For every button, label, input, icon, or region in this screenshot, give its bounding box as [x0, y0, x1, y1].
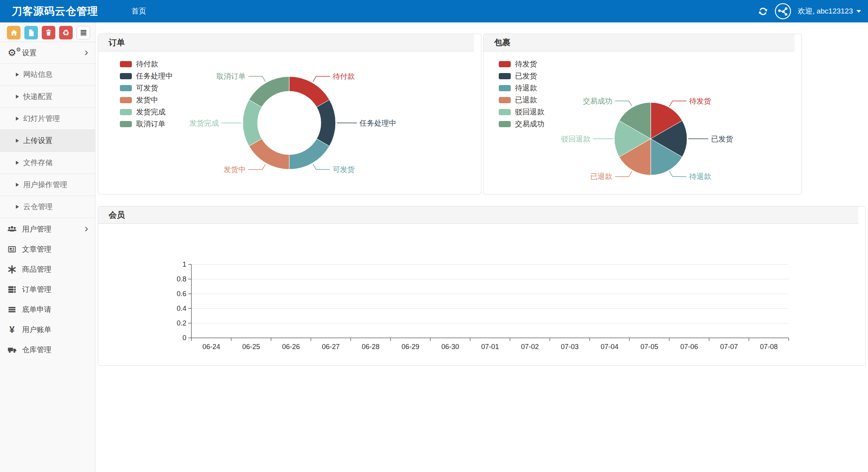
sidebar-item-label: 文章管理 — [22, 244, 51, 254]
legend-label: 取消订单 — [136, 119, 165, 129]
sidebar-item-file-storage[interactable]: 文件存储 — [0, 152, 95, 174]
pie-slice[interactable] — [289, 139, 329, 169]
orders-panel-title: 订单 — [109, 38, 125, 47]
sidebar-item-article-mgmt[interactable]: 文章管理 — [0, 239, 95, 259]
y-tick-label: 0.4 — [177, 305, 186, 312]
legend-label: 任务处理中 — [136, 71, 173, 81]
sidebar-item-cloud-warehouse[interactable]: 云仓管理 — [0, 196, 95, 218]
x-tick-label: 06-24 — [202, 343, 220, 351]
sidebar-toolbar: ♻ — [0, 22, 95, 39]
sidebar-item-order-mgmt[interactable]: 订单管理 — [0, 279, 95, 300]
x-tick-label: 07-01 — [481, 343, 499, 351]
sidebar-item-product-mgmt[interactable]: 商品管理 — [0, 259, 95, 279]
x-tick-label: 07-03 — [561, 343, 578, 351]
y-tick-label: 0.6 — [177, 290, 186, 298]
pie-label: 已发货 — [711, 135, 733, 143]
sidebar-item-label: 商品管理 — [22, 264, 51, 274]
packages-panel-heading: 包裹 — [484, 34, 795, 51]
home-icon — [10, 29, 18, 37]
list-button[interactable] — [77, 26, 90, 39]
sidebar-item-label: 底单申请 — [22, 305, 51, 315]
sidebar-item-label: 用户管理 — [22, 224, 51, 234]
home-button[interactable] — [7, 26, 20, 39]
recycle-icon: ♻ — [62, 29, 70, 37]
sidebar-item-slideshow[interactable]: 幻灯片管理 — [0, 108, 95, 130]
pie-slice[interactable] — [249, 139, 289, 169]
bars-icon — [6, 305, 18, 314]
legend-item[interactable]: 已退款 — [499, 94, 544, 106]
legend-label: 待退款 — [515, 83, 537, 93]
caret-right-icon — [16, 161, 19, 165]
sidebar-item-user-bill[interactable]: ¥ 用户账单 — [0, 320, 95, 340]
sidebar-item-label: 订单管理 — [22, 285, 51, 295]
recycle-button[interactable]: ♻ — [59, 26, 73, 39]
pie-slice[interactable] — [243, 100, 262, 146]
x-tick-label: 06-30 — [441, 343, 459, 351]
legend-swatch — [499, 73, 511, 79]
pie-slice[interactable] — [317, 100, 336, 146]
pie-label-line — [670, 101, 687, 106]
legend-swatch — [120, 73, 132, 79]
sidebar-item-express-config[interactable]: 快递配置 — [0, 86, 95, 108]
pie-label: 待发货 — [689, 97, 711, 105]
legend-item[interactable]: 交易成功 — [499, 118, 544, 130]
sidebar-item-user-mgmt[interactable]: 用户管理 › — [0, 219, 95, 239]
caret-right-icon — [16, 95, 19, 99]
sidebar-item-label: 用户账单 — [22, 325, 51, 335]
legend-item[interactable]: 任务处理中 — [120, 70, 173, 82]
legend-item[interactable]: 发货完成 — [120, 106, 173, 118]
legend-swatch — [120, 97, 132, 103]
sidebar-item-receipt-request[interactable]: 底单申请 — [0, 300, 95, 320]
members-panel-title: 会员 — [109, 210, 125, 219]
x-tick-label: 07-08 — [760, 343, 778, 351]
legend-item[interactable]: 驳回退款 — [499, 106, 544, 118]
legend-label: 待发货 — [515, 59, 537, 69]
sidebar-item-settings[interactable]: ⚙⚙ 设置 › — [0, 42, 95, 64]
legend-label: 已发货 — [515, 71, 537, 81]
server-icon — [6, 285, 18, 294]
legend-label: 待付款 — [136, 59, 158, 69]
legend-item[interactable]: 待发货 — [499, 58, 544, 70]
avatar[interactable] — [774, 3, 791, 20]
pie-label: 可发货 — [333, 165, 355, 174]
chevron-right-icon: › — [85, 46, 88, 58]
legend-label: 发货完成 — [136, 107, 165, 117]
legend-item[interactable]: 可发货 — [120, 82, 173, 94]
pie-label-line — [313, 77, 330, 82]
file-button[interactable] — [24, 26, 38, 39]
x-tick-label: 07-02 — [521, 343, 539, 351]
user-dropdown[interactable]: 欢迎, abc123123 — [798, 6, 861, 16]
legend-label: 驳回退款 — [515, 107, 544, 117]
sidebar-item-site-info[interactable]: 网站信息 — [0, 64, 95, 86]
sidebar-item-user-ops[interactable]: 用户操作管理 — [0, 174, 95, 196]
legend-item[interactable]: 待退款 — [499, 82, 544, 94]
sidebar-item-warehouse-mgmt[interactable]: 仓库管理 — [0, 340, 95, 360]
pie-slice[interactable] — [249, 77, 289, 107]
legend-item[interactable]: 取消订单 — [120, 118, 173, 130]
nav-item-home[interactable]: 首页 — [131, 6, 146, 16]
pie-label: 任务处理中 — [359, 119, 396, 127]
top-navbar: 刀客源码云仓管理 首页 — [0, 0, 868, 22]
legend-item[interactable]: 待付款 — [120, 58, 173, 70]
sidebar-item-upload-settings[interactable]: 上传设置 — [0, 130, 95, 152]
pie-label-line — [249, 164, 266, 170]
x-tick-label: 06-26 — [282, 343, 300, 351]
caret-down-icon — [856, 10, 861, 13]
pie-slice[interactable] — [289, 77, 329, 107]
pie-label: 待付款 — [333, 72, 355, 80]
legend-item[interactable]: 已发货 — [499, 70, 544, 82]
packages-panel-body: 待发货已发货待退款已退款驳回退款交易成功 待发货已发货待退款已退款驳回退款交易成… — [484, 51, 801, 194]
y-tick-label: 1 — [182, 261, 186, 268]
pie-label-line — [313, 164, 330, 170]
legend-swatch — [120, 109, 132, 115]
caret-right-icon — [16, 139, 19, 143]
navbar-right: 欢迎, abc123123 — [758, 0, 861, 22]
legend-item[interactable]: 发货中 — [120, 94, 173, 106]
legend-label: 已退款 — [515, 95, 537, 105]
pie-label-line — [249, 77, 266, 82]
trash-button[interactable] — [42, 26, 55, 39]
packages-panel-title: 包裹 — [494, 38, 510, 47]
orders-panel-body: 待付款任务处理中可发货发货中发货完成取消订单 待付款任务处理中可发货发货中发货完… — [98, 51, 481, 194]
legend-label: 交易成功 — [515, 119, 544, 129]
refresh-icon[interactable] — [758, 6, 768, 17]
